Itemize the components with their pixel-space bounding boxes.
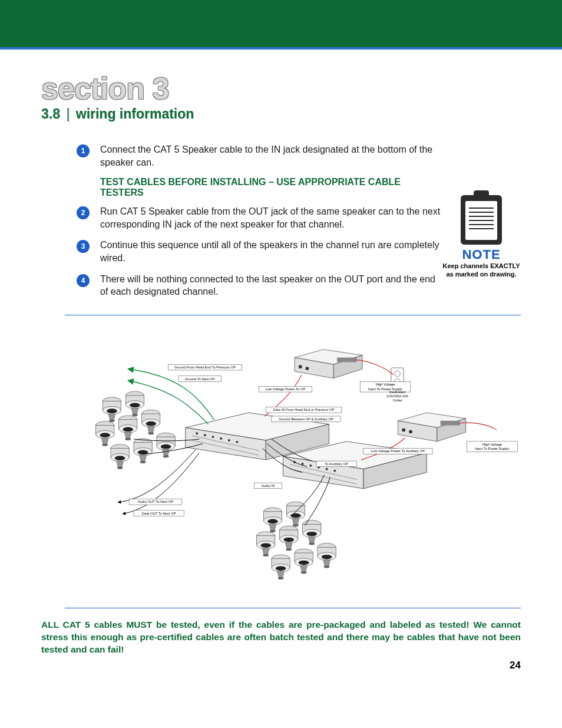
step-row: 2 Run CAT 5 Speaker cable from the OUT j… [77,205,442,230]
lbl-data-in: Data IN From Head End or Previous OP [273,408,335,411]
step-row: 3 Continue this sequence until all of th… [77,239,442,264]
divider [65,315,521,315]
lbl-ground-next: Ground To Next OP [185,377,215,380]
svg-text:High Voltage: High Voltage [375,383,395,386]
lbl-audio-in: Audio IN [262,484,275,487]
svg-text:115V/20A 10A: 115V/20A 10A [386,394,408,398]
note-text: Keep channels EXACTLY as marked on drawi… [442,262,521,279]
svg-text:Outlet: Outlet [393,398,402,401]
section-title: section 3 [41,73,521,104]
step-bullet: 2 [77,206,90,219]
note-title: NOTE [442,247,521,262]
test-callout: TEST CABLES BEFORE INSTALLING – USE APPR… [100,177,442,198]
lbl-lv-op: Low Voltage Power To OP [266,387,306,391]
step-row: 4 There will be nothing connected to the… [77,273,442,298]
note-block: NOTE Keep channels EXACTLY as marked on … [442,137,521,279]
step-row: 1 Connect the CAT 5 Speaker cable to the… [77,143,442,169]
lbl-audio-out: Audio OUT To Next OP [138,500,173,503]
step-bullet: 3 [77,240,90,253]
lbl-ground-head: Ground From Head End To Previous OP [174,365,236,369]
subsection-pipe: | [66,106,70,121]
step-bullet: 4 [77,274,90,287]
step-text: Run CAT 5 Speaker cable from the OUT jac… [100,205,442,230]
step-text: There will be nothing connected to the l… [100,273,442,298]
lbl-lv-aux: Low Voltage Power To Auxiliary OP [371,449,425,453]
svg-text:Input To Power Supply: Input To Power Supply [475,447,509,450]
header-band [0,0,562,47]
svg-text:Dedicated: Dedicated [389,390,405,394]
divider [65,608,521,608]
wiring-diagram: Ground From Head End To Previous OP Grou… [65,326,521,599]
lbl-to-aux: To Auxiliary OP [325,462,348,466]
page-number: 24 [41,660,521,671]
lbl-ground-between: Ground Between OP & Auxiliary OP [279,417,333,421]
step-text: Continue this sequence until all of the … [100,239,442,264]
warning-text: ALL CAT 5 cables MUST be tested, even if… [41,619,521,656]
lbl-data-out: Data OUT To Next OP [142,511,176,515]
step-bullet: 1 [77,144,90,157]
subsection-heading: 3.8 | wiring information [41,106,521,122]
clipboard-icon [461,195,502,245]
svg-text:High Voltage: High Voltage [482,442,502,446]
subsection-text: wiring information [76,106,194,121]
step-text: Connect the CAT 5 Speaker cable to the I… [100,143,442,169]
subsection-number: 3.8 [41,106,60,121]
